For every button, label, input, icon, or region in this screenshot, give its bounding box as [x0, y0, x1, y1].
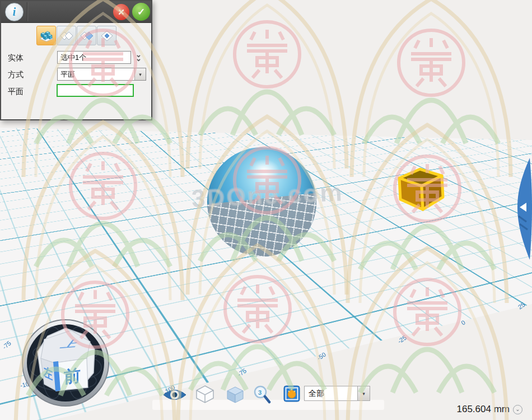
- subtract-diamonds-icon: [79, 29, 95, 43]
- box-object[interactable]: [394, 164, 447, 213]
- entity-input[interactable]: [57, 51, 131, 64]
- stacked-cubes-icon: [39, 28, 54, 44]
- flyout-tab[interactable]: [513, 156, 532, 262]
- plane-input[interactable]: [57, 84, 134, 97]
- info-icon[interactable]: i: [5, 3, 24, 21]
- expand-chevron-icon[interactable]: ⌄⌄: [136, 53, 142, 60]
- union-diamonds-icon: [59, 29, 74, 43]
- entity-field-label: 实体: [8, 53, 24, 63]
- view-cube[interactable]: 上 左 前: [21, 318, 110, 408]
- shaded-display-icon[interactable]: [225, 386, 245, 404]
- intersect-operation-button[interactable]: [97, 26, 116, 45]
- sphere-object[interactable]: [207, 147, 316, 256]
- plane-field-label: 平面: [8, 87, 24, 97]
- render-mode-icon[interactable]: [283, 385, 300, 402]
- measurement-chevron-icon[interactable]: ⌄: [513, 405, 522, 414]
- base-shape-button[interactable]: [36, 26, 56, 45]
- method-field-label: 方式: [8, 70, 24, 80]
- measurement-readout: 165.604 mm: [431, 404, 510, 415]
- view-cube-front-label[interactable]: 前: [64, 366, 81, 386]
- union-operation-button[interactable]: [57, 26, 76, 45]
- dropdown-arrow-icon[interactable]: ▾: [134, 68, 146, 80]
- sphere-highlight: [249, 159, 279, 181]
- visibility-eye-icon[interactable]: [162, 388, 187, 402]
- display-filter-value: 全部: [305, 389, 357, 399]
- method-select-value: 平面: [58, 69, 134, 80]
- svg-text:3: 3: [258, 389, 262, 396]
- cancel-button[interactable]: ✕: [113, 4, 129, 20]
- subtract-operation-button[interactable]: [77, 26, 96, 45]
- confirm-button[interactable]: ✓: [132, 3, 150, 21]
- intersect-diamonds-icon: [99, 29, 115, 43]
- wireframe-display-icon[interactable]: [195, 385, 215, 404]
- zoom-icon[interactable]: 3: [253, 385, 271, 404]
- app-window: 25 0 -25 -50 -75 -100 -75 -100 3DOne.com: [0, 0, 532, 420]
- dropdown-arrow-icon[interactable]: ▾: [357, 386, 370, 400]
- combine-tool-dialog: i ✕ ✓: [0, 0, 152, 120]
- display-filter-select[interactable]: 全部 ▾: [304, 386, 370, 401]
- dialog-title-bar[interactable]: i ✕ ✓: [1, 1, 151, 23]
- title-separator: [27, 2, 28, 21]
- method-select[interactable]: 平面 ▾: [57, 68, 146, 81]
